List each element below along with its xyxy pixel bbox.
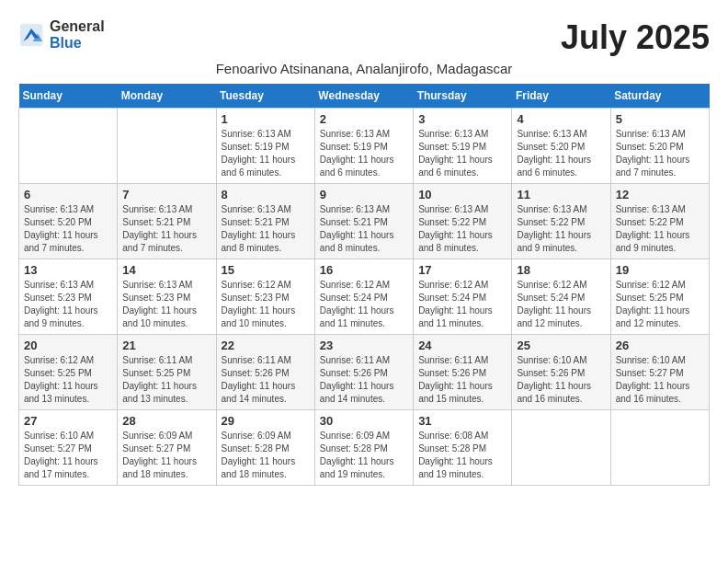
- calendar-cell: 5Sunrise: 6:13 AM Sunset: 5:20 PM Daylig…: [610, 109, 709, 184]
- calendar-cell: 4Sunrise: 6:13 AM Sunset: 5:20 PM Daylig…: [512, 109, 610, 184]
- calendar-cell: 14Sunrise: 6:13 AM Sunset: 5:23 PM Dayli…: [118, 259, 216, 335]
- calendar-cell: 3Sunrise: 6:13 AM Sunset: 5:19 PM Daylig…: [414, 109, 512, 184]
- day-header-sunday: Sunday: [19, 84, 118, 109]
- day-info: Sunrise: 6:13 AM Sunset: 5:21 PM Dayligh…: [122, 203, 210, 255]
- day-number: 31: [418, 414, 506, 428]
- calendar-cell: 22Sunrise: 6:11 AM Sunset: 5:26 PM Dayli…: [216, 335, 314, 410]
- day-number: 9: [320, 188, 408, 201]
- day-header-wednesday: Wednesday: [314, 84, 413, 109]
- day-number: 2: [320, 112, 408, 126]
- day-number: 24: [418, 339, 506, 352]
- calendar-cell: 21Sunrise: 6:11 AM Sunset: 5:25 PM Dayli…: [118, 335, 216, 410]
- calendar-cell: 30Sunrise: 6:09 AM Sunset: 5:28 PM Dayli…: [314, 410, 413, 486]
- calendar-cell: 17Sunrise: 6:12 AM Sunset: 5:24 PM Dayli…: [414, 259, 512, 335]
- day-number: 13: [24, 263, 112, 277]
- calendar-cell: 27Sunrise: 6:10 AM Sunset: 5:27 PM Dayli…: [19, 410, 118, 486]
- day-header-saturday: Saturday: [610, 84, 709, 109]
- day-header-tuesday: Tuesday: [216, 84, 314, 109]
- day-info: Sunrise: 6:13 AM Sunset: 5:22 PM Dayligh…: [418, 203, 506, 255]
- calendar-cell: [118, 109, 216, 184]
- day-info: Sunrise: 6:09 AM Sunset: 5:28 PM Dayligh…: [222, 430, 310, 481]
- day-header-thursday: Thursday: [414, 84, 512, 109]
- calendar-cell: 28Sunrise: 6:09 AM Sunset: 5:27 PM Dayli…: [118, 410, 216, 486]
- day-info: Sunrise: 6:12 AM Sunset: 5:24 PM Dayligh…: [418, 279, 506, 330]
- logo-blue: Blue: [50, 35, 105, 52]
- day-number: 18: [517, 263, 605, 277]
- day-number: 19: [616, 263, 704, 277]
- calendar-cell: 25Sunrise: 6:10 AM Sunset: 5:26 PM Dayli…: [512, 335, 610, 410]
- day-number: 5: [616, 112, 704, 126]
- calendar-cell: 26Sunrise: 6:10 AM Sunset: 5:27 PM Dayli…: [610, 335, 709, 410]
- calendar-cell: 16Sunrise: 6:12 AM Sunset: 5:24 PM Dayli…: [314, 259, 413, 335]
- day-info: Sunrise: 6:13 AM Sunset: 5:19 PM Dayligh…: [222, 128, 310, 179]
- calendar-cell: 20Sunrise: 6:12 AM Sunset: 5:25 PM Dayli…: [19, 335, 118, 410]
- day-number: 25: [517, 339, 605, 352]
- day-number: 26: [616, 339, 704, 352]
- day-header-monday: Monday: [118, 84, 216, 109]
- day-info: Sunrise: 6:08 AM Sunset: 5:28 PM Dayligh…: [418, 430, 506, 481]
- day-number: 11: [517, 188, 605, 201]
- calendar-cell: 8Sunrise: 6:13 AM Sunset: 5:21 PM Daylig…: [216, 184, 314, 259]
- day-number: 14: [122, 263, 210, 277]
- day-number: 21: [122, 339, 210, 352]
- calendar-cell: 31Sunrise: 6:08 AM Sunset: 5:28 PM Dayli…: [414, 410, 512, 486]
- calendar-cell: 23Sunrise: 6:11 AM Sunset: 5:26 PM Dayli…: [314, 335, 413, 410]
- logo-general: General: [50, 18, 105, 35]
- page-title: July 2025: [561, 18, 710, 57]
- day-number: 10: [418, 188, 506, 201]
- logo: General Blue: [18, 18, 105, 51]
- calendar-table: SundayMondayTuesdayWednesdayThursdayFrid…: [18, 84, 710, 486]
- day-info: Sunrise: 6:12 AM Sunset: 5:23 PM Dayligh…: [222, 279, 310, 330]
- calendar-cell: 15Sunrise: 6:12 AM Sunset: 5:23 PM Dayli…: [216, 259, 314, 335]
- day-info: Sunrise: 6:11 AM Sunset: 5:26 PM Dayligh…: [320, 354, 408, 406]
- day-number: 8: [222, 188, 310, 201]
- calendar-cell: 1Sunrise: 6:13 AM Sunset: 5:19 PM Daylig…: [216, 109, 314, 184]
- svg-rect-0: [20, 23, 43, 46]
- day-info: Sunrise: 6:11 AM Sunset: 5:25 PM Dayligh…: [122, 354, 210, 406]
- subtitle: Fenoarivo Atsinanana, Analanjirofo, Mada…: [18, 61, 710, 76]
- day-info: Sunrise: 6:13 AM Sunset: 5:20 PM Dayligh…: [616, 128, 704, 179]
- calendar-cell: 2Sunrise: 6:13 AM Sunset: 5:19 PM Daylig…: [314, 109, 413, 184]
- day-number: 29: [222, 414, 310, 428]
- day-info: Sunrise: 6:13 AM Sunset: 5:22 PM Dayligh…: [616, 203, 704, 255]
- logo-icon: [18, 22, 44, 48]
- day-info: Sunrise: 6:13 AM Sunset: 5:19 PM Dayligh…: [320, 128, 408, 179]
- calendar-cell: 24Sunrise: 6:11 AM Sunset: 5:26 PM Dayli…: [414, 335, 512, 410]
- day-info: Sunrise: 6:13 AM Sunset: 5:20 PM Dayligh…: [517, 128, 605, 179]
- day-number: 12: [616, 188, 704, 201]
- day-info: Sunrise: 6:13 AM Sunset: 5:22 PM Dayligh…: [517, 203, 605, 255]
- day-info: Sunrise: 6:12 AM Sunset: 5:25 PM Dayligh…: [616, 279, 704, 330]
- day-number: 1: [222, 112, 310, 126]
- calendar-cell: 12Sunrise: 6:13 AM Sunset: 5:22 PM Dayli…: [610, 184, 709, 259]
- calendar-cell: [512, 410, 610, 486]
- calendar-cell: [19, 109, 118, 184]
- day-info: Sunrise: 6:10 AM Sunset: 5:26 PM Dayligh…: [517, 354, 605, 406]
- calendar-cell: 29Sunrise: 6:09 AM Sunset: 5:28 PM Dayli…: [216, 410, 314, 486]
- calendar-cell: 18Sunrise: 6:12 AM Sunset: 5:24 PM Dayli…: [512, 259, 610, 335]
- calendar-cell: [610, 410, 709, 486]
- day-number: 27: [24, 414, 112, 428]
- day-number: 16: [320, 263, 408, 277]
- day-info: Sunrise: 6:12 AM Sunset: 5:24 PM Dayligh…: [517, 279, 605, 330]
- day-number: 15: [222, 263, 310, 277]
- day-info: Sunrise: 6:13 AM Sunset: 5:21 PM Dayligh…: [222, 203, 310, 255]
- calendar-cell: 11Sunrise: 6:13 AM Sunset: 5:22 PM Dayli…: [512, 184, 610, 259]
- day-info: Sunrise: 6:13 AM Sunset: 5:19 PM Dayligh…: [418, 128, 506, 179]
- day-number: 4: [517, 112, 605, 126]
- day-number: 20: [24, 339, 112, 352]
- day-info: Sunrise: 6:13 AM Sunset: 5:23 PM Dayligh…: [122, 279, 210, 330]
- day-number: 30: [320, 414, 408, 428]
- calendar-cell: 13Sunrise: 6:13 AM Sunset: 5:23 PM Dayli…: [19, 259, 118, 335]
- day-info: Sunrise: 6:12 AM Sunset: 5:25 PM Dayligh…: [24, 354, 112, 406]
- day-info: Sunrise: 6:12 AM Sunset: 5:24 PM Dayligh…: [320, 279, 408, 330]
- day-number: 22: [222, 339, 310, 352]
- day-number: 3: [418, 112, 506, 126]
- calendar-cell: 19Sunrise: 6:12 AM Sunset: 5:25 PM Dayli…: [610, 259, 709, 335]
- day-info: Sunrise: 6:10 AM Sunset: 5:27 PM Dayligh…: [24, 430, 112, 481]
- day-number: 17: [418, 263, 506, 277]
- calendar-cell: 10Sunrise: 6:13 AM Sunset: 5:22 PM Dayli…: [414, 184, 512, 259]
- calendar-cell: 6Sunrise: 6:13 AM Sunset: 5:20 PM Daylig…: [19, 184, 118, 259]
- day-info: Sunrise: 6:13 AM Sunset: 5:23 PM Dayligh…: [24, 279, 112, 330]
- day-number: 28: [122, 414, 210, 428]
- day-info: Sunrise: 6:13 AM Sunset: 5:21 PM Dayligh…: [320, 203, 408, 255]
